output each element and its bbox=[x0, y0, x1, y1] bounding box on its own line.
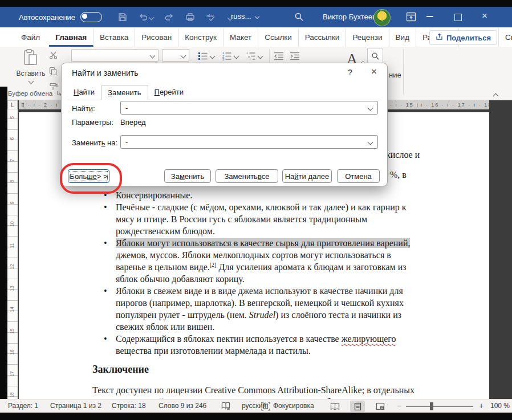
horizontal-ruler-right[interactable]: 14 · ı · 15 ı · 16 · ı · 17 · ı · 18 · bbox=[388, 100, 489, 109]
help-icon[interactable]: ? bbox=[348, 68, 352, 77]
read-mode-button[interactable] bbox=[327, 401, 342, 412]
italic-text: Strudel bbox=[249, 310, 275, 320]
find-next-button[interactable]: Найти далее bbox=[282, 169, 332, 183]
tab-mailings[interactable]: Рассылки bbox=[299, 28, 347, 47]
list-item-text: Печёные - сладкие (с мёдом, орехами, клю… bbox=[116, 202, 407, 236]
bullets-button[interactable] bbox=[198, 49, 214, 63]
options-value: Вперед bbox=[120, 118, 146, 127]
list-item: • Содержащийся в яблоках пектин использу… bbox=[92, 333, 422, 357]
status-word-count[interactable]: Слово 9 из 246 bbox=[159, 402, 206, 410]
replace-all-button[interactable]: Заменить все bbox=[216, 169, 278, 183]
tab-insert[interactable]: Вставка bbox=[94, 28, 135, 47]
tab-stop-selector[interactable]: L bbox=[7, 100, 18, 109]
chevron-down-icon bbox=[28, 79, 34, 84]
ribbon-tab-row: Файл Главная Вставка Рисован Конструк Ма… bbox=[0, 27, 512, 47]
focus-mode-icon bbox=[261, 402, 270, 413]
share-button[interactable]: Поделиться bbox=[429, 30, 497, 45]
tab-goto[interactable]: Перейти bbox=[148, 85, 190, 100]
autosave-toggle[interactable] bbox=[80, 12, 102, 22]
tab-draw[interactable]: Рисован bbox=[135, 28, 178, 47]
maximize-button[interactable] bbox=[454, 14, 462, 21]
status-section[interactable]: Раздел: 1 bbox=[8, 402, 38, 410]
document-text[interactable]: • Консервированные. • Печёные - сладкие … bbox=[92, 189, 422, 408]
tab-home[interactable]: Главная bbox=[49, 28, 94, 47]
misspelled-word: желирующего bbox=[342, 334, 396, 344]
multilevel-list-button[interactable]: 1ai bbox=[246, 49, 262, 63]
dialog-tab-strip: Найти Заменить Перейти bbox=[67, 85, 381, 100]
zoom-slider-handle[interactable] bbox=[430, 402, 433, 410]
replace-button[interactable]: Заменить bbox=[164, 169, 211, 183]
list-item-text: Консервированные. bbox=[116, 190, 192, 200]
options-label: Параметры: bbox=[72, 118, 113, 127]
list-item: • Печёные - сладкие (с мёдом, орехами, к… bbox=[92, 201, 422, 237]
autosave-control: Автосохранение bbox=[19, 12, 102, 22]
copy-icon[interactable] bbox=[49, 67, 58, 78]
ribbon-display-options-icon[interactable] bbox=[406, 12, 416, 24]
chevron-down-icon bbox=[234, 53, 239, 59]
tab-review[interactable]: Рецензи bbox=[346, 28, 389, 47]
tab-help[interactable]: Справка bbox=[499, 28, 512, 47]
tab-design[interactable]: Конструк bbox=[178, 28, 224, 47]
title-bar: Автосохранение abc russ... Виктор Бухтее… bbox=[0, 7, 512, 27]
zoom-level[interactable]: 100 % bbox=[490, 402, 510, 410]
text-fragment: %, в bbox=[390, 170, 407, 180]
svg-text:i: i bbox=[250, 58, 250, 60]
increase-indent-button[interactable] bbox=[290, 49, 300, 63]
list-item-text: вещества при изготовлении мармелада и па… bbox=[116, 346, 311, 356]
paste-button[interactable]: Вставить bbox=[16, 49, 46, 91]
user-name[interactable]: Виктор Бухтеев bbox=[323, 13, 376, 21]
tab-replace[interactable]: Заменить bbox=[101, 85, 148, 100]
tab-references[interactable]: Ссылки bbox=[258, 28, 299, 47]
zoom-out-button[interactable]: − bbox=[397, 401, 401, 410]
status-bar: Раздел: 1 Страница 1 из 2 Строка: 18 Сло… bbox=[0, 399, 512, 413]
find-what-input[interactable]: - bbox=[120, 101, 378, 115]
chevron-down-icon bbox=[258, 53, 263, 59]
font-size-select[interactable] bbox=[162, 49, 189, 62]
focus-mode-button[interactable]: Фокусировка bbox=[273, 402, 314, 410]
undo-icon[interactable] bbox=[139, 13, 153, 22]
web-layout-button[interactable] bbox=[373, 401, 388, 412]
cancel-button[interactable]: Отмена bbox=[337, 169, 380, 183]
font-name-select[interactable] bbox=[71, 49, 159, 62]
zoom-in-button[interactable]: + bbox=[479, 401, 483, 410]
avatar[interactable] bbox=[373, 9, 391, 26]
horizontal-ruler-left[interactable]: 3 · ı · 2 · ı bbox=[19, 100, 61, 109]
chevron-down-icon bbox=[255, 14, 259, 18]
decrease-indent-button[interactable] bbox=[274, 49, 284, 63]
svg-text:abc: abc bbox=[206, 13, 214, 18]
text-fragment: кислое и bbox=[386, 150, 420, 160]
cut-icon[interactable] bbox=[49, 51, 58, 62]
tab-view[interactable]: Вид bbox=[389, 28, 416, 47]
right-indent-marker[interactable] bbox=[417, 103, 418, 108]
list-item: • Яблоки в свежем виде и в виде джема ис… bbox=[92, 285, 422, 333]
bullet-glyph: • bbox=[104, 285, 107, 297]
tab-layout[interactable]: Макет bbox=[224, 28, 258, 47]
chevron-down-icon bbox=[210, 53, 216, 59]
search-icon[interactable] bbox=[294, 12, 304, 24]
autosave-label: Автосохранение bbox=[19, 13, 75, 22]
document-title[interactable]: russ... bbox=[231, 12, 259, 21]
print-layout-button[interactable] bbox=[350, 401, 365, 412]
redo-icon[interactable] bbox=[165, 13, 174, 22]
close-icon[interactable]: × bbox=[371, 66, 377, 78]
tab-file[interactable]: Файл bbox=[15, 28, 49, 47]
proofing-errors-icon[interactable] bbox=[221, 402, 231, 412]
vertical-ruler[interactable]: 5 6 7 8 9 10 11 12 13 14 15 16 17 18 bbox=[7, 109, 18, 399]
list-item: • Яблоки могут использоваться в качестве… bbox=[92, 237, 422, 285]
status-page[interactable]: Страница 1 из 2 bbox=[50, 402, 101, 410]
editing-group-label-fragment: ние bbox=[389, 71, 401, 79]
zoom-slider-track[interactable] bbox=[406, 406, 473, 407]
save-icon[interactable] bbox=[118, 13, 127, 22]
spelling-icon[interactable]: abc bbox=[206, 13, 217, 22]
collapse-ribbon-icon[interactable] bbox=[494, 90, 498, 100]
svg-text:3: 3 bbox=[222, 58, 224, 60]
list-item: • Консервированные. bbox=[92, 189, 422, 201]
quick-access-toolbar: abc bbox=[118, 12, 232, 22]
print-icon[interactable] bbox=[185, 13, 195, 22]
status-line[interactable]: Строка: 18 bbox=[112, 402, 146, 410]
replace-with-input[interactable]: - bbox=[120, 135, 378, 149]
minimize-button[interactable] bbox=[426, 16, 433, 17]
close-button[interactable]: × bbox=[482, 10, 487, 22]
numbering-button[interactable]: 123 bbox=[222, 49, 238, 63]
tab-find[interactable]: Найти bbox=[67, 85, 101, 100]
